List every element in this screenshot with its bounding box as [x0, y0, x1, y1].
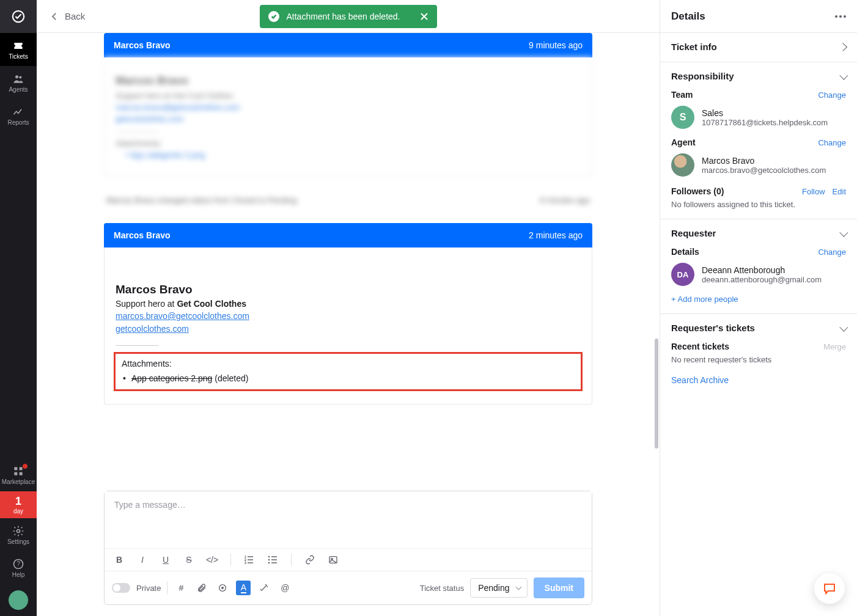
- attachment-item: App categories 2.png (deleted): [122, 373, 575, 383]
- ordered-list-button[interactable]: 123: [242, 552, 257, 567]
- nav-marketplace[interactable]: Marketplace: [0, 458, 37, 491]
- bold-button[interactable]: B: [112, 552, 127, 567]
- trial-counter[interactable]: 1 day: [0, 491, 37, 518]
- follow-link[interactable]: Follow: [802, 187, 825, 196]
- followers-label: Followers (0): [671, 186, 724, 196]
- chat-widget-button[interactable]: [814, 573, 845, 604]
- requester-tickets-section: Requester's tickets Recent tickets Merge…: [660, 314, 857, 395]
- agent-avatar: [671, 153, 694, 177]
- section-title: Responsibility: [671, 71, 734, 81]
- svg-point-15: [268, 562, 270, 564]
- more-options-button[interactable]: [835, 15, 846, 18]
- nav-settings-label: Settings: [7, 538, 29, 545]
- team-label: Team: [671, 90, 693, 100]
- magic-button[interactable]: [257, 581, 271, 595]
- underline-button[interactable]: U: [158, 552, 173, 567]
- details-header: Details: [660, 0, 857, 33]
- private-toggle[interactable]: [112, 583, 130, 593]
- chevron-right-icon: [839, 42, 847, 51]
- nav-help[interactable]: ? Help: [0, 551, 37, 584]
- record-button[interactable]: [215, 581, 230, 595]
- message-time: 9 minutes ago: [529, 40, 583, 50]
- strike-button[interactable]: S: [182, 552, 196, 567]
- nav-reports[interactable]: Reports: [0, 99, 37, 132]
- text-color-button[interactable]: A: [236, 581, 251, 595]
- sidebar: Tickets Agents Reports Marketplace 1 day…: [0, 0, 37, 616]
- requester-tickets-toggle[interactable]: Requester's tickets: [671, 323, 846, 333]
- add-people-link[interactable]: + Add more people: [671, 295, 846, 304]
- attachment-deleted-suffix: (deleted): [212, 373, 248, 383]
- team-avatar: S: [671, 106, 694, 129]
- message-header: Marcos Bravo 2 minutes ago: [104, 223, 592, 248]
- agent-name: Marcos Bravo: [702, 156, 826, 166]
- message-body: Marcos Bravo Support hero at Get Cool Cl…: [104, 248, 592, 405]
- nav-agents[interactable]: Agents: [0, 66, 37, 99]
- svg-point-2: [19, 76, 21, 78]
- mention-button[interactable]: @: [278, 581, 292, 595]
- change-requester-link[interactable]: Change: [818, 248, 846, 257]
- trial-days-number: 1: [0, 495, 37, 508]
- requester-toggle[interactable]: Requester: [671, 228, 846, 238]
- message-header: Marcos Bravo 9 minutes ago: [104, 33, 592, 57]
- change-team-link[interactable]: Change: [818, 90, 846, 100]
- italic-button[interactable]: I: [135, 552, 150, 567]
- nav-tickets-label: Tickets: [9, 53, 28, 60]
- back-button[interactable]: Back: [49, 11, 85, 22]
- message-card: Marcos Bravo 2 minutes ago Marcos Bravo …: [104, 223, 592, 405]
- section-title: Ticket info: [671, 42, 717, 52]
- merge-link[interactable]: Merge: [823, 342, 846, 351]
- back-label: Back: [65, 11, 85, 21]
- user-avatar[interactable]: [9, 590, 28, 610]
- message-card: Marcos Bravo 9 minutes ago Marcos Bravo …: [104, 33, 592, 177]
- attachments-highlight-box: Attachments: App categories 2.png (delet…: [114, 352, 583, 391]
- nav-settings[interactable]: Settings: [0, 518, 37, 551]
- unordered-list-button[interactable]: [265, 552, 280, 567]
- svg-rect-5: [14, 472, 17, 475]
- signature-name: Marcos Bravo: [116, 283, 581, 296]
- nav-help-label: Help: [12, 571, 25, 578]
- edit-followers-link[interactable]: Edit: [833, 187, 846, 196]
- notification-badge: [22, 463, 28, 469]
- ticket-status-select[interactable]: Pending: [470, 578, 527, 598]
- ticket-info-toggle[interactable]: Ticket info: [671, 42, 846, 52]
- nav-reports-label: Reports: [7, 119, 29, 126]
- composer: B I U S </> 123 Private #: [104, 491, 592, 605]
- responsibility-toggle[interactable]: Responsibility: [671, 71, 846, 81]
- agent-entity: Marcos Bravo marcos.bravo@getcoolclothes…: [671, 153, 846, 177]
- agent-label: Agent: [671, 138, 696, 147]
- image-button[interactable]: [326, 552, 340, 567]
- nav-tickets[interactable]: Tickets: [0, 33, 37, 66]
- signature-email-link[interactable]: marcos.bravo@getcoolclothes.com: [116, 310, 581, 323]
- chevron-down-icon: [839, 71, 848, 79]
- requester-section: Requester Details Change DA Deeann Atten…: [660, 219, 857, 314]
- hashtag-button[interactable]: #: [174, 581, 188, 595]
- requester-entity: DA Deeann Attenborough deeann.attenborou…: [671, 263, 846, 286]
- agent-email: marcos.bravo@getcoolclothes.com: [702, 166, 826, 175]
- team-name: Sales: [702, 108, 828, 118]
- signature-site-link[interactable]: getcoolclothes.com: [116, 323, 581, 336]
- toast-close-button[interactable]: [420, 12, 428, 21]
- link-button[interactable]: [303, 552, 317, 567]
- signature-role: Support hero at Get Cool Clothes: [116, 299, 581, 309]
- action-toolbar: Private # A @ Ticket status Pending Subm…: [105, 571, 592, 604]
- svg-point-19: [221, 587, 224, 589]
- search-archive-link[interactable]: Search Archive: [671, 375, 846, 385]
- attach-button[interactable]: [194, 581, 209, 595]
- scrollbar-thumb[interactable]: [655, 339, 658, 449]
- submit-button[interactable]: Submit: [534, 578, 584, 598]
- message-body-blurred: Marcos Bravo Support hero at Get Cool Cl…: [104, 57, 592, 177]
- code-button[interactable]: </>: [205, 552, 219, 567]
- svg-text:3: 3: [245, 561, 246, 565]
- nav-agents-label: Agents: [9, 86, 28, 93]
- svg-rect-6: [20, 472, 23, 475]
- message-input[interactable]: [105, 491, 592, 546]
- app-logo[interactable]: [0, 0, 37, 33]
- message-thread[interactable]: Marcos Bravo 9 minutes ago Marcos Bravo …: [37, 33, 660, 480]
- attachment-filename: App categories 2.png: [131, 373, 212, 383]
- chevron-down-icon: [839, 323, 848, 331]
- chevron-down-icon: [839, 228, 848, 237]
- team-email: 1078717861@tickets.helpdesk.com: [702, 118, 828, 127]
- change-agent-link[interactable]: Change: [818, 138, 846, 147]
- svg-point-1: [15, 75, 18, 78]
- svg-point-13: [268, 556, 270, 558]
